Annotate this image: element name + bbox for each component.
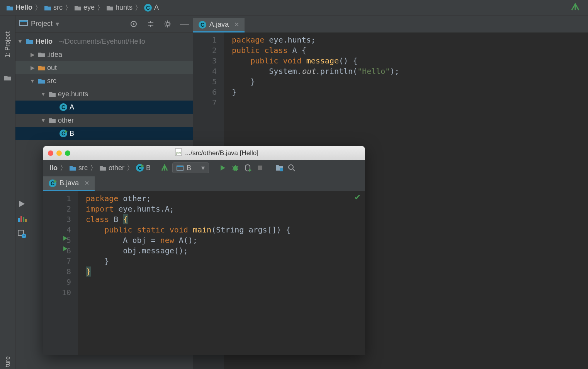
tab-a-java[interactable]: C A.java ✕ [193, 18, 245, 32]
close-icon[interactable]: ✕ [234, 21, 239, 28]
svg-text:java: java [176, 152, 181, 155]
breadcrumb-bar: Hello〉src〉eye〉hunts〉CA [0, 0, 588, 15]
tree-root-path: ~/Documents/Eyehunt/Hello [59, 38, 145, 46]
editor-tabbar: C A.java ✕ [193, 15, 588, 32]
side-run-controls [18, 200, 41, 240]
locate-icon[interactable] [129, 20, 138, 28]
tree-row[interactable]: ▼src [15, 74, 193, 87]
chevron-right-icon: 〉 [60, 163, 67, 173]
project-structure-icon[interactable] [275, 164, 284, 171]
floating-tabbar: C B.java ✕ [43, 176, 365, 191]
tree-row[interactable]: CB [15, 127, 193, 140]
project-panel-title[interactable]: Project [31, 20, 53, 28]
tool-project-tab[interactable]: 1: Project [4, 31, 11, 58]
close-icon[interactable]: ✕ [84, 179, 89, 187]
traffic-min-icon[interactable] [56, 150, 62, 156]
tree-row[interactable]: ▼other [15, 114, 193, 127]
tab-label: B.java [59, 179, 79, 187]
project-tree[interactable]: ▼ Hello ~/Documents/Eyehunt/Hello ▶.idea… [15, 32, 193, 140]
code-area-b[interactable]: package other;import eye.hunts.A;class B… [78, 191, 291, 355]
svg-rect-7 [23, 217, 24, 222]
chevron-right-icon: 〉 [127, 163, 134, 173]
collapse-icon[interactable] [146, 20, 155, 28]
inspection-ok-icon: ✔ [354, 193, 361, 202]
tool-structure-tab[interactable]: ture [4, 356, 11, 367]
svg-point-15 [233, 166, 238, 171]
editor-gutter: 12345678910 [43, 191, 78, 355]
folder-icon [4, 75, 12, 83]
floating-toolbar: llo〉src〉other〉CB B ▾ [43, 160, 365, 176]
svg-rect-17 [280, 168, 283, 171]
dropdown-icon[interactable]: ▾ [56, 20, 59, 28]
coverage-run-icon[interactable] [243, 164, 252, 172]
breadcrumb-item[interactable]: CB [134, 163, 153, 173]
breadcrumb-item[interactable]: src [42, 3, 65, 12]
debug-icon[interactable] [231, 164, 240, 172]
minimize-icon[interactable]: — [180, 20, 189, 28]
svg-rect-8 [25, 219, 27, 222]
coverage-icon[interactable] [18, 215, 41, 224]
build-icon[interactable] [570, 2, 580, 14]
svg-point-3 [133, 23, 134, 25]
breadcrumb-item[interactable]: llo [47, 163, 60, 173]
stop-icon[interactable] [255, 165, 265, 171]
java-file-icon: java [175, 148, 182, 158]
tab-label: A.java [209, 20, 229, 29]
window-title: .../src/other/B.java [Hello] [185, 149, 258, 157]
build-icon[interactable] [160, 164, 169, 172]
run-icon[interactable] [18, 200, 41, 210]
gear-icon[interactable] [163, 20, 172, 28]
editor-body-b[interactable]: ✔ 12345678910 package other;import eye.h… [43, 191, 365, 355]
tab-b-java[interactable]: C B.java ✕ [43, 176, 95, 191]
tree-root-label: Hello [36, 38, 53, 46]
breadcrumb-item[interactable]: other [97, 163, 127, 173]
search-icon[interactable] [287, 164, 296, 172]
svg-point-18 [289, 165, 293, 169]
svg-rect-14 [177, 166, 183, 167]
clock-icon[interactable] [18, 230, 41, 240]
breadcrumb-item[interactable]: hunts [104, 3, 135, 12]
run-icon[interactable] [218, 164, 228, 171]
svg-point-4 [166, 22, 169, 26]
tree-row[interactable]: CA [15, 101, 193, 114]
window-titlebar[interactable]: java .../src/other/B.java [Hello] [43, 146, 365, 160]
svg-rect-1 [20, 20, 27, 22]
chevron-right-icon: 〉 [135, 3, 142, 12]
project-view-icon [19, 19, 28, 28]
class-icon: C [199, 21, 206, 29]
project-panel-header: Project ▾ — [15, 15, 193, 32]
chevron-down-icon: ▾ [201, 164, 205, 172]
chevron-right-icon: 〉 [97, 3, 104, 12]
breadcrumb-item[interactable]: src [67, 163, 90, 173]
chevron-right-icon: 〉 [65, 3, 72, 12]
run-config-label: B [187, 164, 191, 172]
svg-rect-16 [258, 166, 262, 170]
floating-editor-window[interactable]: java .../src/other/B.java [Hello] llo〉sr… [43, 146, 365, 355]
tree-row[interactable]: ▶out [15, 61, 193, 74]
chevron-right-icon: 〉 [90, 163, 97, 173]
breadcrumb-item[interactable]: eye [72, 3, 97, 12]
svg-rect-6 [20, 216, 22, 222]
tree-row[interactable]: ▼eye.hunts [15, 87, 193, 101]
run-config-select[interactable]: B ▾ [172, 162, 209, 173]
traffic-max-icon[interactable] [65, 150, 70, 156]
breadcrumb-item[interactable]: CA [142, 3, 161, 12]
tree-row[interactable]: ▶.idea [15, 48, 193, 61]
left-tool-strip: 1: Project ture [0, 15, 15, 369]
svg-rect-5 [18, 218, 20, 222]
breadcrumb-item[interactable]: Hello [4, 3, 35, 12]
class-run-icon: C [49, 179, 56, 187]
traffic-close-icon[interactable] [48, 150, 53, 156]
tree-root[interactable]: ▼ Hello ~/Documents/Eyehunt/Hello [15, 35, 193, 48]
chevron-right-icon: 〉 [35, 3, 42, 12]
